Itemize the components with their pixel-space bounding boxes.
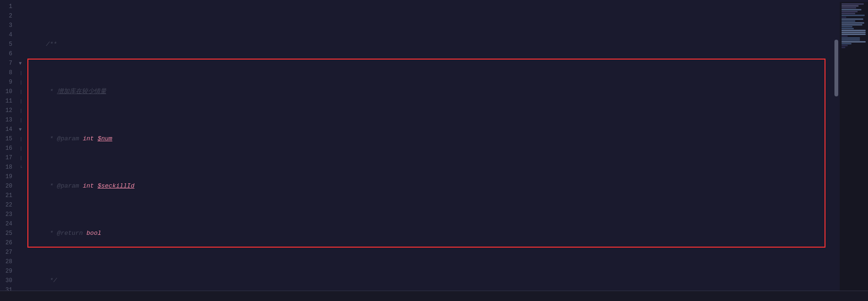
ln-7: 7	[0, 59, 15, 68]
ln-23: 23	[0, 210, 15, 219]
ln-31: 31	[0, 285, 15, 291]
ln-18: 18	[0, 163, 15, 172]
ln-26: 26	[0, 238, 15, 248]
ln-11: 11	[0, 96, 15, 106]
ln-27: 27	[0, 248, 15, 257]
margin-area: ▼ │ │ │ │ │ │ ▼ │ │ │ └	[19, 2, 27, 291]
minimap-content	[840, 2, 868, 50]
ln-28: 28	[0, 257, 15, 267]
ln-3: 3	[0, 21, 15, 30]
editor-container: 1 2 3 4 5 6 7 8 9 10 11 12 13 14 15 16 1…	[0, 0, 868, 301]
bottom-bar	[0, 291, 868, 301]
ln-24: 24	[0, 219, 15, 229]
code-line-1: /**	[31, 40, 833, 49]
ln-17: 17	[0, 153, 15, 163]
code-line-6: */	[31, 276, 833, 285]
ln-8: 8	[0, 68, 15, 77]
ln-14: 14	[0, 125, 15, 134]
ln-30: 30	[0, 276, 15, 285]
code-line-5: * @return bool	[31, 229, 833, 238]
ln-13: 13	[0, 115, 15, 125]
scrollbar-track[interactable]	[833, 2, 840, 291]
code-line-4: * @param int $seckillId	[31, 181, 833, 191]
scrollbar-thumb[interactable]	[834, 40, 838, 96]
ln-1: 1	[0, 2, 15, 11]
code-line-3: * @param int $num	[31, 134, 833, 144]
line-numbers: 1 2 3 4 5 6 7 8 9 10 11 12 13 14 15 16 1…	[0, 2, 19, 291]
ln-6: 6	[0, 49, 15, 59]
ln-9: 9	[0, 77, 15, 87]
ln-10: 10	[0, 87, 15, 96]
code-area: 1 2 3 4 5 6 7 8 9 10 11 12 13 14 15 16 1…	[0, 0, 868, 291]
ln-15: 15	[0, 134, 15, 144]
ln-4: 4	[0, 30, 15, 40]
ln-20: 20	[0, 181, 15, 191]
code-content[interactable]: /** * 增加库在较少情量 * @param int $num * @para…	[27, 2, 833, 291]
ln-2: 2	[0, 11, 15, 21]
ln-21: 21	[0, 191, 15, 200]
ln-25: 25	[0, 229, 15, 238]
ln-16: 16	[0, 144, 15, 153]
ln-12: 12	[0, 106, 15, 115]
minimap[interactable]	[840, 2, 868, 291]
code-lines: /** * 增加库在较少情量 * @param int $num * @para…	[27, 2, 833, 291]
ln-22: 22	[0, 200, 15, 210]
ln-29: 29	[0, 267, 15, 276]
code-line-2: * 增加库在较少情量	[31, 87, 833, 96]
ln-5: 5	[0, 40, 15, 49]
ln-19: 19	[0, 172, 15, 181]
